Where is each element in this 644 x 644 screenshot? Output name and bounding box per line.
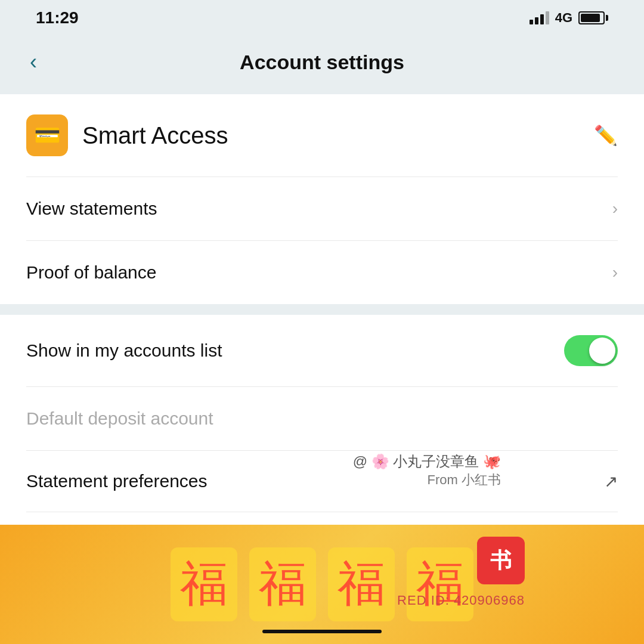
watermark: @ 🌸 小丸子没章鱼 🐙 From 小红书	[353, 452, 501, 489]
back-button[interactable]: ‹	[30, 49, 37, 75]
fu-char-4: 福	[407, 547, 473, 621]
proof-of-balance-row[interactable]: Proof of balance ›	[0, 241, 644, 304]
xhs-icon: 书	[490, 546, 512, 575]
fu-char-1: 福	[171, 547, 237, 621]
red-id: RED ID: 420906968	[397, 593, 525, 608]
home-indicator-bar	[0, 630, 644, 633]
show-in-accounts-row: Show in my accounts list	[0, 315, 644, 386]
view-statements-label: View statements	[26, 199, 157, 219]
page-title: Account settings	[240, 51, 404, 74]
xiaohongshu-logo: 书	[477, 537, 525, 584]
statement-preferences-label: Statement preferences	[26, 471, 208, 491]
proof-of-balance-label: Proof of balance	[26, 262, 156, 283]
battery-icon	[578, 11, 608, 24]
network-label: 4G	[555, 10, 572, 26]
view-statements-row[interactable]: View statements ›	[0, 177, 644, 240]
account-icon: 💳	[26, 114, 68, 156]
account-name: Smart Access	[82, 122, 580, 149]
edit-button[interactable]: ✏️	[594, 124, 618, 147]
external-link-icon: ↗	[604, 472, 618, 491]
watermark-handle: @ 🌸 小丸子没章鱼 🐙	[353, 452, 501, 471]
account-header-card: 💳 Smart Access ✏️ View statements › Proo…	[0, 94, 644, 304]
status-time: 11:29	[36, 8, 79, 27]
home-indicator	[262, 630, 382, 633]
bottom-decoration: 福 福 福 福	[0, 525, 644, 644]
watermark-source: From 小红书	[428, 471, 501, 489]
default-deposit-row[interactable]: Default deposit account	[0, 387, 644, 450]
chevron-right-icon: ›	[612, 199, 618, 218]
red-id-text: RED ID: 420906968	[397, 593, 525, 608]
status-bar: 11:29 4G	[0, 0, 644, 36]
account-header-row: 💳 Smart Access ✏️	[0, 94, 644, 177]
status-icons: 4G	[530, 10, 608, 26]
chevron-right-icon: ›	[612, 263, 618, 282]
fu-char-2: 福	[249, 547, 316, 621]
toggle-knob	[589, 338, 615, 364]
statement-preferences-row[interactable]: Statement preferences ↗	[0, 451, 644, 512]
nav-header: ‹ Account settings	[0, 36, 644, 88]
default-deposit-label: Default deposit account	[26, 408, 213, 429]
show-in-accounts-label: Show in my accounts list	[26, 340, 222, 361]
fu-char-3: 福	[328, 547, 395, 621]
signal-icon	[530, 11, 549, 24]
show-in-accounts-toggle[interactable]	[564, 335, 618, 366]
